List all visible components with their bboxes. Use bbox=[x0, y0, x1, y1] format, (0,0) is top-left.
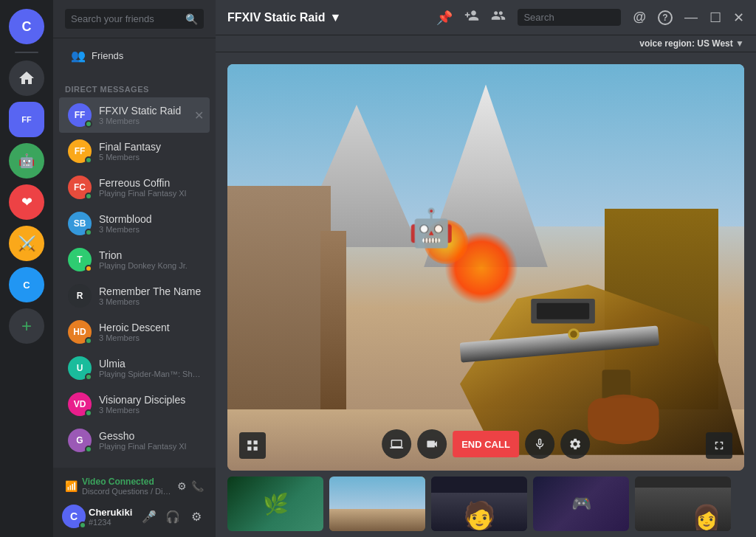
grid-view-button[interactable] bbox=[239, 432, 266, 459]
user-avatar[interactable]: C bbox=[62, 505, 86, 528]
dm-name-ffxiv: FFXIV Static Raid bbox=[99, 105, 187, 117]
dm-sub-stormblood: 3 Members bbox=[99, 225, 204, 234]
end-call-label: END CALL bbox=[461, 439, 510, 450]
server-icon-bot[interactable]: 🤖 bbox=[9, 143, 44, 179]
thumbnail-2[interactable] bbox=[329, 477, 425, 531]
dm-avatar-heroicdescent: HD bbox=[68, 320, 92, 344]
dm-info-ffxiv: FFXIV Static Raid 3 Members bbox=[99, 105, 187, 125]
dm-item-gessho[interactable]: G Gessho Playing Final Fantasy XI ✕ bbox=[59, 423, 210, 458]
thumbnail-1[interactable]: 🌿 bbox=[227, 477, 323, 531]
thumbnail-5[interactable]: 👩 bbox=[635, 477, 731, 531]
mute-button[interactable]: 🎤 bbox=[139, 506, 159, 527]
thumbnail-strip: 🌿 🧑 🎮 bbox=[227, 471, 744, 537]
dm-item-ferreous[interactable]: FC Ferreous Coffin Playing Final Fantasy… bbox=[59, 170, 210, 205]
minimize-button[interactable]: — bbox=[684, 10, 698, 25]
vc-phone-icon[interactable]: 📞 bbox=[191, 480, 204, 492]
voice-region-value[interactable]: US West bbox=[697, 38, 732, 49]
server-icon-home[interactable] bbox=[9, 60, 44, 96]
friends-label: Friends bbox=[92, 50, 123, 61]
server-icon-chris[interactable]: C bbox=[9, 267, 44, 302]
user-status-dot bbox=[79, 522, 86, 529]
direct-messages-label: DIRECT MESSAGES bbox=[53, 73, 216, 97]
screen-share-button[interactable] bbox=[382, 429, 411, 459]
dm-item-ffxiv[interactable]: FF FFXIV Static Raid 3 Members ✕ bbox=[59, 97, 210, 133]
dm-item-stormblood[interactable]: SB Stormblood 3 Members ✕ bbox=[59, 206, 210, 241]
svg-rect-8 bbox=[588, 398, 659, 441]
voice-region-dropdown[interactable]: ▼ bbox=[735, 38, 744, 49]
dm-item-finalfantasy[interactable]: FF Final Fantasy 5 Members ✕ bbox=[59, 134, 210, 169]
headset-button[interactable]: 🎧 bbox=[162, 506, 183, 527]
video-controls: END CALL bbox=[382, 429, 590, 459]
dm-sub-rememberthename: 3 Members bbox=[99, 297, 204, 306]
end-call-button[interactable]: END CALL bbox=[453, 431, 519, 457]
dm-name-ferreous: Ferreous Coffin bbox=[99, 177, 204, 189]
video-connected-icon: 📶 bbox=[65, 480, 78, 492]
server-icon-ow[interactable]: ⚔️ bbox=[9, 226, 44, 261]
dm-avatar-finalfantasy: FF bbox=[68, 139, 92, 163]
dm-sub-ffxiv: 3 Members bbox=[99, 117, 187, 125]
dm-avatar-gessho: G bbox=[68, 429, 92, 452]
server-sidebar: C FF 🤖 ❤ ⚔️ C + bbox=[0, 0, 53, 537]
camera-button[interactable] bbox=[417, 429, 447, 459]
channel-title: FFXIV Static Raid ▼ bbox=[227, 11, 425, 24]
voice-region-label: voice region: bbox=[639, 38, 695, 49]
dm-item-visionary[interactable]: VD Visionary Disciples 3 Members ✕ bbox=[59, 387, 210, 422]
dm-item-rememberthename[interactable]: R Remember The Name 3 Members ✕ bbox=[59, 278, 210, 313]
mute-button-video[interactable] bbox=[525, 429, 554, 459]
dm-sidebar-header: 🔍 bbox=[53, 0, 216, 38]
close-icon-ffxiv[interactable]: ✕ bbox=[194, 108, 204, 122]
dm-item-heroicdescent[interactable]: HD Heroic Descent 3 Members ✕ bbox=[59, 314, 210, 350]
dm-item-ulmia[interactable]: U Ulmia Playing Spider-Man™: Shattered D… bbox=[59, 350, 210, 386]
user-controls: C Cherukiki #1234 🎤 🎧 ⚙ bbox=[59, 502, 210, 531]
maximize-button[interactable]: ☐ bbox=[709, 10, 721, 26]
video-area: 🤖 bbox=[216, 52, 756, 537]
thumbnail-3[interactable]: 🧑 bbox=[431, 477, 527, 531]
dm-avatar-rememberthename: R bbox=[68, 284, 92, 308]
dm-avatar-ffxiv: FF bbox=[68, 103, 92, 127]
dm-name-rememberthename: Remember The Name bbox=[99, 285, 204, 297]
dm-name-ulmia: Ulmia bbox=[99, 358, 204, 370]
search-icon: 🔍 bbox=[185, 13, 198, 25]
server-icon-ff[interactable]: FF bbox=[9, 102, 44, 137]
user-tag: #1234 bbox=[89, 518, 136, 527]
dm-sub-gessho: Playing Final Fantasy XI bbox=[99, 442, 204, 451]
search-input[interactable] bbox=[65, 9, 204, 29]
main-header: FFXIV Static Raid ▼ 📌 @ ? — ☐ ✕ bbox=[216, 0, 756, 35]
friends-item[interactable]: 👥 Friends bbox=[59, 41, 210, 70]
server-icon-red[interactable]: ❤ bbox=[9, 184, 44, 220]
close-button[interactable]: ✕ bbox=[733, 10, 744, 26]
fullscreen-button[interactable] bbox=[706, 432, 732, 459]
user-settings-button[interactable]: ⚙ bbox=[186, 506, 207, 527]
user-avatar-server[interactable]: C bbox=[9, 9, 44, 44]
at-icon[interactable]: @ bbox=[633, 10, 646, 25]
dm-sidebar: 🔍 👥 Friends DIRECT MESSAGES FF FFXIV Sta… bbox=[53, 0, 216, 537]
video-connected-bar[interactable]: 📶 Video Connected Discord Questions / Di… bbox=[59, 474, 210, 499]
help-icon[interactable]: ? bbox=[658, 10, 673, 25]
dm-sub-ferreous: Playing Final Fantasy XI bbox=[99, 189, 204, 198]
header-actions: 📌 @ ? — ☐ ✕ bbox=[436, 8, 744, 27]
thumbnail-4[interactable]: 🎮 bbox=[533, 477, 629, 531]
dm-sub-trion: Playing Donkey Kong Jr. bbox=[99, 261, 204, 270]
game-scene: 🤖 bbox=[227, 64, 744, 471]
dm-avatar-ulmia: U bbox=[68, 356, 92, 380]
dm-name-visionary: Visionary Disciples bbox=[99, 394, 204, 406]
dm-name-trion: Trion bbox=[99, 249, 204, 261]
dm-sub-heroicdescent: 3 Members bbox=[99, 333, 204, 342]
header-search-input[interactable] bbox=[518, 9, 621, 26]
dm-name-heroicdescent: Heroic Descent bbox=[99, 322, 204, 333]
svg-point-6 bbox=[570, 331, 577, 339]
server-icon-add[interactable]: + bbox=[9, 308, 44, 344]
dropdown-arrow-icon[interactable]: ▼ bbox=[329, 11, 341, 24]
members-icon[interactable] bbox=[491, 8, 506, 27]
settings-button-video[interactable] bbox=[560, 429, 590, 459]
dm-item-trion[interactable]: T Trion Playing Donkey Kong Jr. ✕ bbox=[59, 242, 210, 277]
dm-sub-finalfantasy: 5 Members bbox=[99, 153, 204, 162]
main-video: 🤖 bbox=[227, 64, 744, 471]
vc-settings-icon[interactable]: ⚙ bbox=[177, 480, 187, 492]
pin-icon[interactable]: 📌 bbox=[436, 10, 453, 26]
server-divider bbox=[15, 52, 38, 53]
add-member-icon[interactable] bbox=[464, 8, 479, 27]
dm-avatar-ferreous: FC bbox=[68, 176, 92, 199]
friends-icon: 👥 bbox=[71, 49, 86, 63]
video-connected-sub: Discord Questions / Discord D... bbox=[82, 487, 173, 496]
